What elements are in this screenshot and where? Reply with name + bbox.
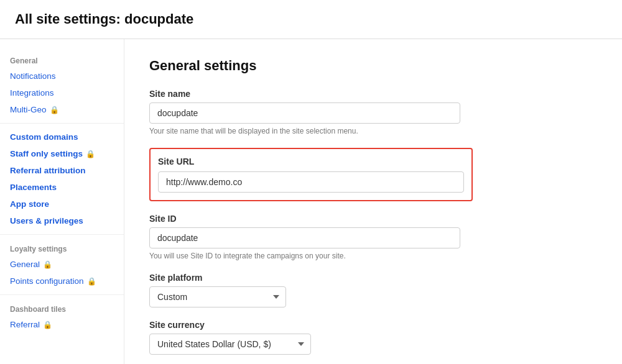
site-currency-select[interactable]: United States Dollar (USD, $) Euro (EUR,… [149,334,311,355]
site-platform-select[interactable]: Custom WordPress Shopify Magento WooComm… [149,286,286,307]
site-currency-group: Site currency United States Dollar (USD,… [149,320,597,355]
site-url-label: Site URL [158,157,464,166]
sidebar-item-label: Users & privileges [10,216,83,225]
sidebar-item-label: Staff only settings [10,149,83,158]
site-platform-group: Site platform Custom WordPress Shopify M… [149,273,597,307]
page-header: All site settings: docupdate [0,0,622,39]
site-currency-label: Site currency [149,320,597,330]
content-area: General settings Site name Your site nam… [124,39,622,364]
sidebar-item-app-store[interactable]: App store [0,196,124,212]
sidebar-item-label: App store [10,199,49,209]
site-id-group: Site ID You will use Site ID to integrat… [149,214,597,260]
sidebar-section-loyalty: Loyalty settings [0,240,124,256]
sidebar-section-dashboard: Dashboard tiles [0,300,124,316]
site-platform-label: Site platform [149,273,597,283]
sidebar-item-staff-only-settings[interactable]: Staff only settings 🔒 [0,145,124,162]
site-name-input[interactable] [149,102,460,124]
sidebar-item-label: Notifications [10,71,56,81]
sidebar-item-label: Points configuration [10,276,84,286]
lock-icon: 🔒 [43,321,52,329]
lock-icon: 🔒 [86,150,95,158]
sidebar-item-label: Custom domains [10,132,78,142]
sidebar-item-label: Referral [10,320,40,329]
sidebar-item-label: Multi-Geo [10,105,47,114]
site-id-input[interactable] [149,227,460,248]
sidebar-item-integrations[interactable]: Integrations [0,84,124,101]
content-heading: General settings [149,58,597,74]
main-layout: General Notifications Integrations Multi… [0,39,622,364]
sidebar-item-points-configuration[interactable]: Points configuration 🔒 [0,273,124,289]
sidebar-item-label: Placements [10,183,57,192]
lock-icon: 🔒 [50,106,59,114]
sidebar-item-placements[interactable]: Placements [0,179,124,196]
sidebar-item-loyalty-general[interactable]: General 🔒 [0,256,124,273]
sidebar-item-referral-attribution[interactable]: Referral attribution [0,162,124,179]
site-name-label: Site name [149,89,597,99]
site-id-label: Site ID [149,214,597,224]
sidebar-item-label: Referral attribution [10,166,86,175]
site-id-hint: You will use Site ID to integrate the ca… [149,252,597,260]
sidebar-section-general: General [0,52,124,68]
site-url-input[interactable] [158,171,464,193]
sidebar-item-notifications[interactable]: Notifications [0,68,124,84]
site-name-hint: Your site name that will be displayed in… [149,127,597,135]
sidebar-item-label: General [10,260,40,269]
page-title: All site settings: docupdate [15,11,607,27]
site-name-group: Site name Your site name that will be di… [149,89,597,135]
sidebar-item-users-privileges[interactable]: Users & privileges [0,212,124,229]
sidebar-item-multi-geo[interactable]: Multi-Geo 🔒 [0,101,124,118]
sidebar-item-referral[interactable]: Referral 🔒 [0,316,124,333]
sidebar-item-label: Integrations [10,88,54,98]
lock-icon: 🔒 [43,260,52,269]
site-url-group: Site URL [149,148,473,201]
sidebar-item-custom-domains[interactable]: Custom domains [0,129,124,145]
lock-icon: 🔒 [87,277,96,286]
sidebar: General Notifications Integrations Multi… [0,39,124,364]
